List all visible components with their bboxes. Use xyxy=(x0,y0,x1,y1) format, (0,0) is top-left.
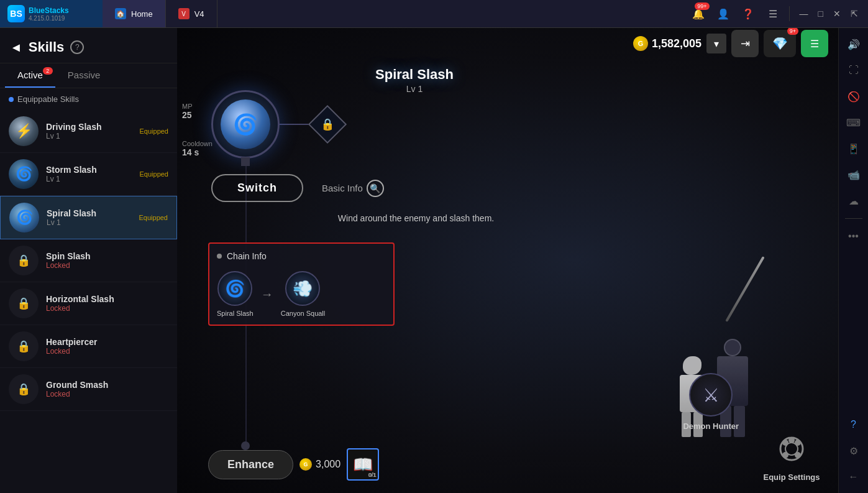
shop-badge: 9+ xyxy=(787,27,798,35)
chain-skill-canyon: 💨 Canyon Squall xyxy=(281,271,326,317)
menu-button[interactable]: ☰ xyxy=(801,30,828,57)
skill-item-spin-slash[interactable]: 🔒 Spin Slash Locked xyxy=(0,239,177,282)
volume-btn[interactable]: 🔊 xyxy=(843,33,865,55)
skill-info-heartpiercer: Heartpiercer Locked xyxy=(46,337,168,356)
skill-item-storm-slash[interactable]: 🌀 Storm Slash Lv 1 Equipped xyxy=(0,153,177,196)
help-topbar-btn[interactable]: ❓ xyxy=(739,5,757,22)
skill-status-equipped: Equipped xyxy=(139,214,168,221)
gold-coin-icon: G xyxy=(633,36,648,51)
chain-info-dot xyxy=(217,254,222,259)
skill-display-name: Spiral Slash xyxy=(177,67,652,83)
svg-point-3 xyxy=(788,437,795,443)
skill-circle: 🌀 xyxy=(211,90,280,159)
skill-circle-inner: 🌀 xyxy=(221,99,270,149)
exit-button[interactable]: ⇥ xyxy=(731,30,759,57)
game-tab-icon: V xyxy=(178,8,190,19)
skill-stats-block: MP 25 Cooldown 14 s xyxy=(182,103,212,157)
skill-item-ground-smash[interactable]: 🔒 Ground Smash Locked xyxy=(0,368,177,411)
chain-skill-name-spiral: Spiral Slash xyxy=(217,310,254,317)
skill-name: Driving Slash xyxy=(46,122,132,132)
svg-point-2 xyxy=(782,440,788,446)
no-btn[interactable]: 🚫 xyxy=(843,85,865,108)
logo-name: BlueStacks xyxy=(29,6,69,15)
skill-status-locked: Locked xyxy=(46,347,168,356)
bs-icon: BS xyxy=(7,5,25,22)
gold-dropdown[interactable]: ▾ xyxy=(706,34,726,53)
chain-skills: 🌀 Spiral Slash → 💨 Canyon Squall xyxy=(217,271,386,317)
main-content: G 1,582,005 ▾ ⇥ 💎 9+ ☰ Spiral Slash Lv 1… xyxy=(177,28,838,493)
settings-sidebar-btn[interactable]: ⚙ xyxy=(843,440,865,462)
chain-info-header: Chain Info xyxy=(217,251,386,261)
keyboard-btn[interactable]: ⌨ xyxy=(843,111,865,134)
enhance-cost: G 3,000 xyxy=(299,458,340,471)
skill-item-driving-slash[interactable]: ⚡ Driving Slash Lv 1 Equipped xyxy=(0,110,177,153)
enhance-button[interactable]: Enhance xyxy=(208,450,293,479)
skill-item-spiral-slash[interactable]: 🌀 Spiral Slash Lv 1 Equipped xyxy=(0,196,177,239)
left-panel: ◄ Skills ? Active 2 Passive Equippable S… xyxy=(0,28,177,493)
equip-settings-icon xyxy=(773,430,810,468)
expand-btn[interactable]: ⇱ xyxy=(848,6,861,21)
more-btn[interactable]: ••• xyxy=(843,225,865,247)
skill-item-heartpiercer[interactable]: 🔒 Heartpiercer Locked xyxy=(0,325,177,368)
skill-circle-area: 🌀 🔒 xyxy=(211,90,341,159)
notification-btn[interactable]: 🔔 99+ xyxy=(690,5,707,22)
enhance-item-slot[interactable]: 📖 0/1 xyxy=(347,448,379,481)
skill-icon-storm-slash: 🌀 xyxy=(9,159,39,189)
basic-info-button[interactable]: Basic Info 🔍 xyxy=(322,180,384,197)
chain-skill-spiral: 🌀 Spiral Slash xyxy=(217,271,254,317)
skill-info-spiral-slash: Spiral Slash Lv 1 xyxy=(47,208,132,227)
demon-hunter-label: Demon Hunter xyxy=(683,422,739,431)
fullscreen-btn[interactable]: ⛶ xyxy=(843,59,865,81)
shop-button[interactable]: 💎 9+ xyxy=(764,30,796,57)
skill-name: Spiral Slash xyxy=(47,208,132,218)
mobile-btn[interactable]: 📱 xyxy=(843,137,865,160)
window-controls: — □ ✕ ⇱ xyxy=(789,6,861,21)
tab-passive[interactable]: Passive xyxy=(55,63,113,88)
topbar: BS BlueStacks 4.215.0.1019 🏠 Home V V4 🔔… xyxy=(0,0,868,28)
equip-settings-svg xyxy=(773,430,810,468)
enhance-area: Enhance G 3,000 📖 0/1 xyxy=(208,448,379,481)
account-btn[interactable]: 👤 xyxy=(715,5,732,22)
home-tab-icon: 🏠 xyxy=(115,8,126,19)
back-button[interactable]: ◄ xyxy=(10,40,22,55)
skill-icon-driving-slash: ⚡ xyxy=(9,116,39,146)
back-sidebar-btn[interactable]: ← xyxy=(843,466,865,488)
skill-status-equipped: Equipped xyxy=(140,170,169,178)
tab-active[interactable]: Active 2 xyxy=(5,63,55,88)
record-btn[interactable]: 📹 xyxy=(843,164,865,186)
equip-settings[interactable]: Equip Settings xyxy=(745,418,838,493)
cloud-btn[interactable]: ☁ xyxy=(843,190,865,212)
cooldown-stat: Cooldown 14 s xyxy=(182,140,212,157)
switch-button[interactable]: Switch xyxy=(211,174,303,202)
skill-icon-horizontal-slash: 🔒 xyxy=(9,288,39,318)
close-btn[interactable]: ✕ xyxy=(831,6,843,21)
skill-icon-spiral-slash: 🌀 xyxy=(9,203,39,233)
equippable-dot xyxy=(9,97,14,102)
home-tab[interactable]: 🏠 Home xyxy=(103,0,166,27)
skill-icon-heartpiercer: 🔒 xyxy=(9,331,39,361)
equip-settings-label: Equip Settings xyxy=(764,472,820,482)
chain-info-box: Chain Info 🌀 Spiral Slash → 💨 Canyon Squ… xyxy=(208,242,395,326)
help-sidebar-btn[interactable]: ? xyxy=(843,413,865,436)
connector-dot-top xyxy=(241,157,250,166)
chain-skill-name-canyon: Canyon Squall xyxy=(281,310,326,317)
skill-info-horizontal-slash: Horizontal Slash Locked xyxy=(46,294,168,313)
restore-btn[interactable]: □ xyxy=(816,6,826,21)
minimize-btn[interactable]: — xyxy=(797,6,811,21)
skill-info-storm-slash: Storm Slash Lv 1 xyxy=(46,165,132,183)
game-tab[interactable]: V V4 xyxy=(166,0,217,27)
svg-point-4 xyxy=(795,440,801,446)
game-tab-label: V4 xyxy=(194,9,204,19)
help-icon[interactable]: ? xyxy=(70,40,84,54)
skill-name: Storm Slash xyxy=(46,165,132,175)
home-tab-label: Home xyxy=(131,9,153,19)
menu-topbar-btn[interactable]: ☰ xyxy=(764,5,782,22)
skill-icon-ground-smash: 🔒 xyxy=(9,374,39,404)
skill-item-horizontal-slash[interactable]: 🔒 Horizontal Slash Locked xyxy=(0,282,177,325)
knight-head xyxy=(683,356,701,375)
gold-amount: G 1,582,005 xyxy=(633,36,701,51)
topbar-right: 🔔 99+ 👤 ❓ ☰ — □ ✕ ⇱ xyxy=(690,5,868,22)
app-area: ◄ Skills ? Active 2 Passive Equippable S… xyxy=(0,28,838,493)
chain-skill-icon-canyon: 💨 xyxy=(285,271,320,306)
skill-status-locked: Locked xyxy=(46,390,168,399)
